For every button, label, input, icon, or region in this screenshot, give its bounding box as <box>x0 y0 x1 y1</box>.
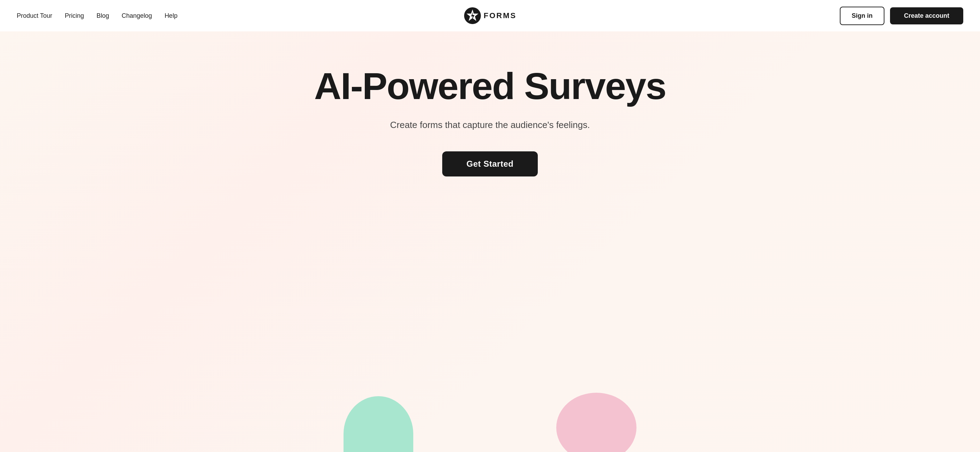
signin-button[interactable]: Sign in <box>840 6 885 25</box>
nav-link-help[interactable]: Help <box>165 12 178 19</box>
navbar: Product Tour Pricing Blog Changelog Help… <box>0 0 980 31</box>
decorative-shape-pink <box>556 393 636 452</box>
hero-section: AI-Powered Surveys Create forms that cap… <box>0 31 980 452</box>
logo-text: FORMS <box>484 11 517 20</box>
nav-link-product-tour[interactable]: Product Tour <box>17 12 52 19</box>
nav-link-changelog[interactable]: Changelog <box>122 12 152 19</box>
decorative-shape-green <box>344 396 413 452</box>
logo[interactable]: FORMS <box>463 6 517 25</box>
nav-link-blog[interactable]: Blog <box>97 12 109 19</box>
nav-actions: Sign in Create account <box>840 6 963 25</box>
get-started-button[interactable]: Get Started <box>442 151 538 177</box>
hero-title: AI-Powered Surveys <box>314 66 666 106</box>
create-account-button[interactable]: Create account <box>890 7 963 24</box>
logo-icon <box>463 6 482 25</box>
nav-links-left: Product Tour Pricing Blog Changelog Help <box>17 12 178 19</box>
nav-link-pricing[interactable]: Pricing <box>65 12 84 19</box>
hero-subtitle: Create forms that capture the audience's… <box>390 119 590 131</box>
